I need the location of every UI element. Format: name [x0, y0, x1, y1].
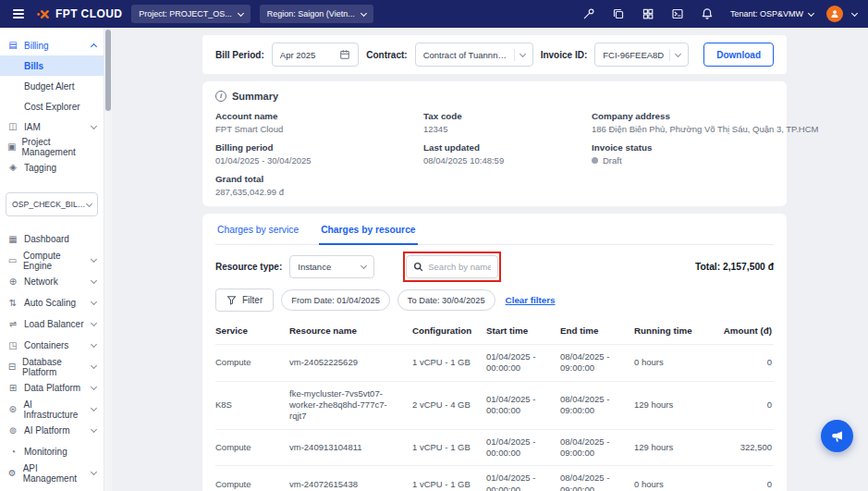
cell-running-time: 129 hours: [634, 442, 708, 453]
feedback-fab-button[interactable]: [821, 420, 853, 452]
charges-card: Charges by service Charges by resource R…: [202, 214, 787, 491]
sidebar-item[interactable]: ⚙ API Management: [0, 462, 104, 484]
contract-select[interactable]: Contract of Tuannn52...: [415, 43, 533, 67]
table-row: Compute vm-24052225629 1 vCPU - 1 GB 01/…: [215, 344, 774, 381]
cell-service: Compute: [215, 357, 289, 368]
to-date-chip[interactable]: To Date: 30/04/2025: [397, 289, 495, 311]
invoice-id-label: Invoice ID:: [541, 50, 588, 60]
chevron-down-icon: [808, 9, 814, 16]
search-box[interactable]: [406, 255, 498, 278]
project-selector[interactable]: Project: PROJECT_OS...: [131, 5, 251, 23]
top-navbar: FPT CLOUD Project: PROJECT_OS... Region:…: [0, 0, 868, 28]
contract-label: Contract:: [366, 50, 407, 60]
wrench-icon[interactable]: [579, 4, 599, 24]
billing-submenu: Bills Budget Alert Cost Explorer: [0, 55, 104, 117]
charges-controls: Resource type: Instance Total: 2,157,500…: [215, 255, 774, 278]
ai-platform-icon: ⊚: [7, 426, 18, 436]
chevron-down-icon[interactable]: [851, 9, 858, 16]
chevron-down-icon: [91, 426, 97, 433]
cell-resource-name: vm-24052225629: [289, 357, 412, 368]
region-selector[interactable]: Region: Saigon (Vietn...: [260, 5, 373, 23]
col-end-time: End time: [560, 325, 634, 336]
sidebar-item[interactable]: ◫ IAM: [0, 117, 104, 137]
cell-configuration: 1 vCPU - 1 GB: [412, 479, 486, 490]
tax-code-field: Tax code 12345: [423, 111, 592, 134]
search-input[interactable]: [428, 262, 491, 272]
chevron-down-icon: [361, 9, 367, 16]
search-icon: [413, 262, 423, 272]
auto-scaling-icon: ⇅: [7, 299, 18, 308]
cell-end-time: 08/04/2025 - 09:00:00: [560, 394, 634, 417]
cell-amount: 322,500: [708, 442, 774, 453]
cell-start-time: 01/04/2025 - 00:00:00: [486, 473, 560, 491]
download-button[interactable]: Download: [703, 43, 774, 67]
brand-logo[interactable]: FPT CLOUD: [37, 7, 122, 21]
cell-running-time: 129 hours: [634, 399, 708, 411]
sidebar-subitem[interactable]: Bills: [0, 55, 104, 76]
sidebar-item[interactable]: ⊞ Data Platform: [0, 377, 104, 399]
ai-infrastructure-icon: ⊛: [7, 405, 18, 414]
monitoring-icon: ◔: [7, 448, 18, 457]
apps-grid-icon[interactable]: [638, 4, 658, 24]
chevron-down-icon: [91, 405, 97, 411]
invoice-id-select[interactable]: FCI-96FEEA8D: [594, 43, 689, 67]
notifications-icon[interactable]: [697, 4, 717, 24]
tenant-selector[interactable]: Tenant: OSP&VMW: [730, 9, 813, 18]
brand-title: FPT CLOUD: [55, 7, 122, 20]
sidebar-item[interactable]: ⊟ Database Platform: [0, 356, 104, 377]
bill-toolbar: Bill Period: Apr 2025 Contract: Contract…: [202, 35, 787, 74]
data-platform-icon: ⊞: [7, 384, 18, 393]
filters-row: Filter From Date: 01/04/2025 To Date: 30…: [215, 288, 774, 312]
vertical-scrollbar[interactable]: [104, 28, 112, 491]
col-resource-name: Resource name: [289, 325, 412, 336]
sidebar-item[interactable]: ◔ Monitoring: [0, 441, 104, 462]
bill-period-input[interactable]: Apr 2025: [272, 43, 359, 67]
chevron-up-icon: [91, 43, 97, 49]
sidebar-item[interactable]: ▣ Project Management: [0, 137, 104, 157]
project-management-icon: ▣: [7, 142, 16, 152]
copy-icon[interactable]: [608, 4, 629, 24]
summary-title: Summary: [232, 91, 278, 102]
scrollbar-thumb[interactable]: [105, 30, 111, 111]
chevron-down-icon: [91, 362, 97, 369]
sidebar-item[interactable]: ▦ Dashboard: [0, 228, 104, 250]
fpt-cloud-logo-icon: [37, 7, 51, 21]
last-updated-field: Last updated 08/04/2025 10:48:59: [423, 142, 592, 166]
megaphone-icon: [830, 429, 845, 444]
tab-charges-by-service[interactable]: Charges by service: [215, 223, 300, 244]
tab-charges-by-resource[interactable]: Charges by resource: [319, 223, 417, 245]
sidebar-subitem[interactable]: Cost Explorer: [0, 96, 104, 117]
bill-period-label: Bill Period:: [215, 50, 264, 60]
cell-amount: 0: [708, 479, 774, 490]
dashboard-icon: ▦: [7, 235, 18, 244]
clear-filters-link[interactable]: Clear filters: [506, 295, 556, 305]
charges-tabs: Charges by service Charges by resource: [215, 223, 774, 245]
sidebar-item[interactable]: ◈ Tagging: [0, 157, 104, 178]
summary-card: i Summary Account name FPT Smart Cloud T…: [202, 81, 787, 206]
tagging-icon: ◈: [7, 163, 18, 172]
sidebar-item[interactable]: ⊛ AI Infrastructure: [0, 399, 104, 420]
sidebar-subitem[interactable]: Budget Alert: [0, 76, 104, 96]
company-address-field: Company address 186 Điện Biên Phủ, Phườn…: [592, 111, 818, 134]
funnel-icon: [226, 295, 237, 305]
user-avatar[interactable]: [826, 6, 843, 22]
terminal-icon[interactable]: [667, 4, 688, 24]
chevron-down-icon: [91, 122, 97, 129]
resource-type-select[interactable]: Instance: [289, 255, 374, 278]
sidebar-item[interactable]: ⇌ Load Balancer: [0, 313, 104, 335]
table-body: Compute vm-24052225629 1 vCPU - 1 GB 01/…: [215, 344, 774, 491]
sidebar-item[interactable]: ▭ Compute Engine: [0, 250, 104, 271]
chevron-down-icon: [675, 50, 681, 56]
total-amount: Total: 2,157,500 đ: [695, 262, 774, 272]
filter-button[interactable]: Filter: [215, 288, 274, 312]
sidebar-item[interactable]: ⊕ Network: [0, 271, 104, 292]
from-date-chip[interactable]: From Date: 01/04/2025: [281, 289, 390, 311]
status-badge: Draft: [603, 155, 622, 166]
sidebar-item[interactable]: ⊚ AI Platform: [0, 420, 104, 441]
chevron-down-icon: [91, 299, 97, 305]
sidebar-item-billing[interactable]: ▤ Billing: [0, 35, 104, 55]
menu-icon[interactable]: [11, 6, 26, 22]
project-bill-select[interactable]: OSP_CHECK_BILL_001: [6, 192, 98, 216]
sidebar-item[interactable]: ◳ Containers: [0, 335, 104, 356]
sidebar-item[interactable]: ⇅ Auto Scaling: [0, 292, 104, 313]
